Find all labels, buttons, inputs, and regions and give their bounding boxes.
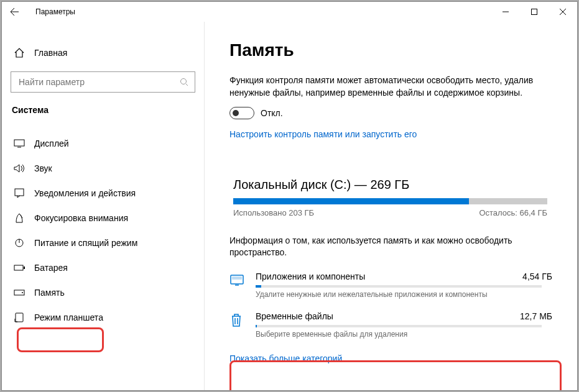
category-size: 4,54 ГБ [522,271,552,281]
page-title: Память [229,40,552,60]
label: Питание и спящий режим [34,238,137,248]
main-content: Память Функция контроля памяти может авт… [204,22,577,390]
highlight-storage [17,327,104,352]
disk-used-label: Использовано 203 ГБ [233,208,314,217]
disk-block: Локальный диск (C:) — 269 ГБ Использован… [229,174,552,221]
disk-remaining-label: Осталось: 66,4 ГБ [479,208,547,217]
titlebar: Параметры [2,2,577,22]
sidebar-home-label: Главная [34,48,67,58]
sidebar-section-title: Система [2,98,204,119]
svg-point-8 [22,292,23,293]
svg-rect-2 [14,140,24,146]
minimize-icon [503,9,509,15]
category-name: Временные файлы [256,311,333,321]
label: Батарея [34,263,68,273]
home-icon [13,47,25,58]
svg-rect-5 [14,265,23,270]
category-size: 12,7 МБ [520,311,552,321]
svg-rect-9 [16,313,23,322]
sound-icon [13,163,25,173]
configure-storage-sense-link[interactable]: Настроить контроль памяти или запустить … [229,129,417,139]
disk-usage-bar [233,198,547,204]
svg-rect-11 [232,276,242,280]
settings-window: Параметры Главная Система [1,1,578,391]
storage-sense-toggle-row: Откл. [229,107,552,119]
label: Дисплей [34,139,69,148]
arrow-left-icon [9,7,19,17]
svg-point-1 [181,79,187,84]
battery-icon [13,264,25,271]
svg-rect-3 [15,189,24,196]
sidebar-item-power[interactable]: Питание и спящий режим [2,230,204,255]
display-icon [13,139,25,148]
sidebar-item-storage[interactable]: Память [2,280,204,305]
search-input[interactable] [17,76,178,88]
category-bar [256,285,542,288]
sidebar-item-notifications[interactable]: Уведомления и действия [2,181,204,206]
sidebar-item-tablet[interactable]: Режим планшета [2,305,204,330]
storage-info-text: Информация о том, как используется памят… [229,235,552,259]
label: Звук [34,163,52,173]
sidebar: Главная Система Дисплей Звук [2,22,204,390]
tablet-icon [13,312,25,322]
category-sub: Удалите ненужные или нежелательные прило… [256,290,552,299]
window-title: Параметры [27,7,491,16]
trash-icon [229,311,244,327]
maximize-button[interactable] [520,2,549,22]
storage-icon [13,289,25,296]
back-button[interactable] [2,2,27,22]
sidebar-item-battery[interactable]: Батарея [2,255,204,280]
category-name: Приложения и компоненты [256,271,365,281]
sidebar-nav: Дисплей Звук Уведомления и действия Фоку… [2,131,204,330]
label: Фокусировка внимания [34,213,128,223]
svg-rect-6 [24,267,25,269]
highlight-disk [229,360,562,390]
sidebar-home[interactable]: Главная [2,40,204,65]
disk-usage-fill [233,198,469,204]
disk-usage-labels: Использовано 203 ГБ Осталось: 66,4 ГБ [233,208,547,217]
storage-sense-description: Функция контроля памяти может автоматиче… [229,74,552,99]
svg-rect-0 [532,9,537,15]
sidebar-item-focus[interactable]: Фокусировка внимания [2,206,204,230]
close-icon [560,9,566,15]
window-controls [491,2,577,22]
category-temp-files[interactable]: Временные файлы 12,7 МБ Выберите временн… [229,311,552,339]
category-bar [256,325,542,327]
sidebar-item-display[interactable]: Дисплей [2,131,204,156]
category-sub: Выберите временные файлы для удаления [256,330,552,339]
category-apps[interactable]: Приложения и компоненты 4,54 ГБ Удалите … [229,271,552,299]
minimize-button[interactable] [491,2,520,22]
storage-sense-toggle[interactable] [229,107,254,119]
apps-icon [229,271,244,286]
label: Режим планшета [34,312,103,322]
toggle-label: Откл. [261,108,283,118]
close-button[interactable] [549,2,577,22]
focus-icon [13,213,25,223]
notifications-icon [13,188,25,198]
label: Уведомления и действия [34,188,136,198]
search-box[interactable] [11,71,195,93]
show-more-categories-link[interactable]: Показать больше категорий [229,353,342,363]
toggle-knob [233,110,239,116]
maximize-icon [531,9,537,15]
disk-title: Локальный диск (C:) — 269 ГБ [233,178,549,192]
sidebar-item-sound[interactable]: Звук [2,156,204,181]
label: Память [34,288,65,298]
search-icon [178,78,190,86]
power-icon [13,238,25,248]
